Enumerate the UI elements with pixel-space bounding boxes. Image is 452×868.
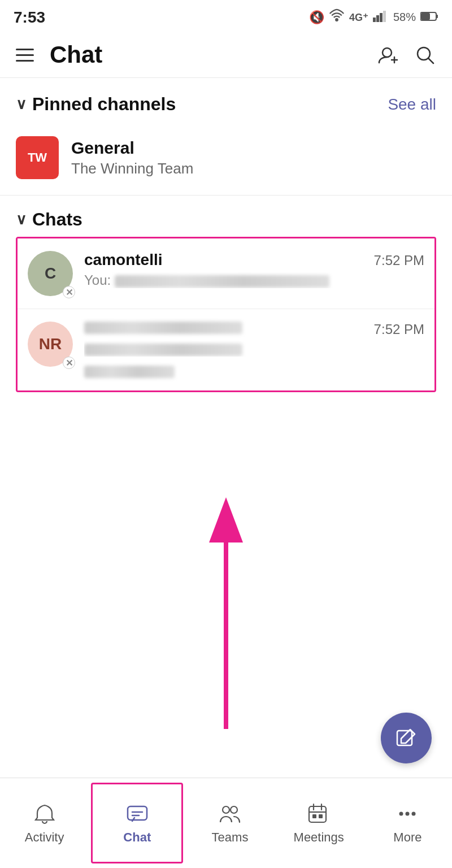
- compose-fab-button[interactable]: [381, 713, 432, 763]
- hamburger-icon: [16, 49, 34, 62]
- nav-item-meetings[interactable]: Meetings: [275, 778, 363, 868]
- header-right: [377, 44, 436, 66]
- see-all-button[interactable]: See all: [388, 96, 436, 114]
- svg-rect-4: [383, 11, 386, 22]
- add-contact-icon: [377, 44, 400, 66]
- blurred-name: [84, 322, 242, 334]
- search-button[interactable]: [414, 44, 436, 66]
- svg-point-0: [336, 19, 338, 21]
- chat-content: camontelli 7:52 PM You:: [84, 251, 424, 288]
- svg-rect-18: [309, 806, 326, 822]
- nav-item-teams[interactable]: Teams: [185, 778, 274, 868]
- pinned-channels-header: ∨ Pinned channels See all: [16, 94, 436, 115]
- battery-percent: 58%: [393, 11, 416, 24]
- nav-label-teams: Teams: [212, 830, 249, 845]
- chats-section: ∨ Chats C ✕ camontelli 7:52 PM You:: [0, 196, 452, 392]
- chat-icon: [125, 802, 149, 826]
- svg-marker-11: [209, 497, 243, 542]
- svg-point-24: [399, 811, 403, 815]
- chat-name: camontelli: [84, 251, 162, 269]
- channel-info: General The Winning Team: [71, 138, 193, 177]
- avatar: NR ✕: [28, 322, 73, 367]
- network-icon: 4G⁺: [349, 11, 368, 24]
- svg-rect-22: [312, 814, 316, 818]
- header-left: Chat: [16, 41, 102, 68]
- chevron-down-icon: ∨: [16, 96, 27, 113]
- svg-rect-6: [436, 15, 438, 18]
- channel-subtitle: The Winning Team: [71, 160, 193, 177]
- chats-title: ∨ Chats: [16, 209, 436, 230]
- status-icons: 🔇 4G⁺ 58%: [309, 8, 438, 27]
- svg-point-25: [406, 811, 410, 815]
- chat-preview: You:: [84, 272, 424, 288]
- hamburger-menu-button[interactable]: [16, 49, 34, 62]
- battery-icon: [420, 11, 438, 24]
- activity-icon: [33, 802, 56, 826]
- annotation-arrow: [203, 492, 249, 729]
- bottom-nav: Activity Chat Teams Meetings: [0, 778, 452, 868]
- header: Chat: [0, 32, 452, 78]
- svg-rect-2: [376, 15, 379, 22]
- channel-avatar: TW: [16, 136, 59, 179]
- avatar-badge: ✕: [63, 357, 75, 369]
- compose-icon: [394, 726, 418, 750]
- status-bar: 7:53 🔇 4G⁺ 58%: [0, 0, 452, 32]
- svg-rect-7: [421, 13, 430, 20]
- arrow-svg: [203, 492, 249, 729]
- wifi-icon: [329, 8, 345, 27]
- signal-icon: [373, 10, 389, 25]
- svg-point-26: [412, 811, 416, 815]
- chat-preview-line2: [84, 361, 424, 378]
- nav-item-activity[interactable]: Activity: [0, 778, 89, 868]
- svg-rect-1: [373, 18, 376, 22]
- channel-item[interactable]: TW General The Winning Team: [16, 128, 436, 195]
- svg-point-8: [383, 48, 392, 57]
- chat-time: 7:52 PM: [374, 322, 424, 337]
- chat-item[interactable]: NR ✕ 7:52 PM: [18, 309, 434, 390]
- chat-top-row: 7:52 PM: [84, 322, 424, 337]
- nav-label-chat: Chat: [123, 830, 151, 845]
- chat-list: C ✕ camontelli 7:52 PM You: NR ✕: [16, 237, 436, 392]
- more-icon: [395, 802, 419, 826]
- chat-top-row: camontelli 7:52 PM: [84, 251, 424, 269]
- pinned-channels-title: ∨ Pinned channels: [16, 94, 176, 115]
- chats-chevron-icon: ∨: [16, 211, 27, 228]
- channel-name: General: [71, 138, 193, 158]
- nav-label-activity: Activity: [25, 830, 64, 845]
- pinned-channels-section: ∨ Pinned channels See all TW General The…: [0, 78, 452, 195]
- avatar-badge: ✕: [63, 286, 75, 298]
- nav-label-meetings: Meetings: [294, 830, 344, 845]
- nav-item-chat[interactable]: Chat: [91, 783, 183, 863]
- teams-icon: [218, 802, 242, 826]
- blurred-preview-line2: [84, 366, 175, 378]
- page-title: Chat: [50, 41, 102, 68]
- mute-icon: 🔇: [309, 10, 324, 25]
- svg-rect-13: [128, 806, 147, 820]
- status-time: 7:53: [14, 8, 45, 27]
- chat-content: 7:52 PM: [84, 322, 424, 378]
- meetings-icon: [307, 802, 331, 826]
- chat-item[interactable]: C ✕ camontelli 7:52 PM You:: [18, 238, 434, 309]
- add-contact-button[interactable]: [377, 44, 400, 66]
- svg-point-16: [223, 806, 229, 813]
- blurred-preview: [115, 275, 329, 288]
- nav-item-more[interactable]: More: [363, 778, 452, 868]
- svg-point-17: [231, 806, 237, 813]
- svg-rect-3: [380, 13, 383, 22]
- nav-label-more: More: [393, 830, 421, 845]
- svg-rect-23: [319, 814, 323, 818]
- search-icon: [414, 44, 436, 66]
- chat-time: 7:52 PM: [374, 253, 424, 268]
- chat-preview: [84, 341, 424, 357]
- avatar: C ✕: [28, 251, 73, 296]
- blurred-preview-line1: [84, 344, 242, 356]
